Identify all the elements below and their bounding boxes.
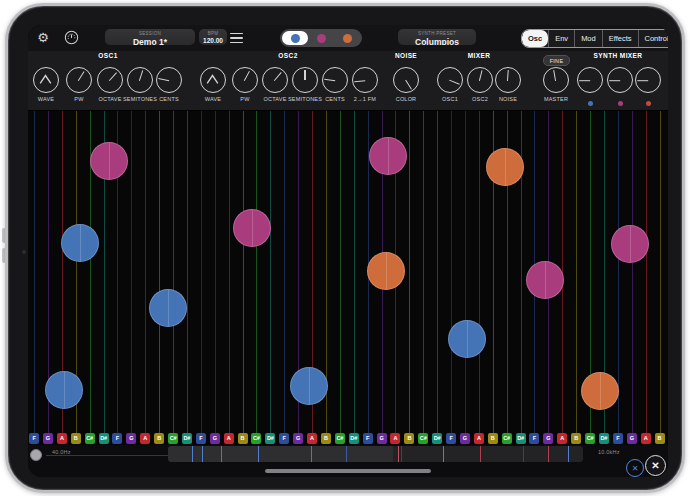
note-key-b[interactable]: B [238, 433, 248, 444]
note-ball[interactable] [61, 224, 99, 262]
note-key-a[interactable]: A [140, 433, 150, 444]
note-key-g[interactable]: G [43, 433, 53, 444]
knob-synth-mixer-2[interactable] [607, 67, 633, 93]
knob-semitones[interactable] [127, 67, 153, 93]
note-ball[interactable] [486, 148, 524, 186]
note-key-f[interactable]: F [279, 433, 289, 444]
note-key-b[interactable]: B [321, 433, 331, 444]
note-key-b[interactable]: B [655, 433, 665, 444]
note-key-d#[interactable]: D# [516, 433, 526, 444]
note-key-g[interactable]: G [627, 433, 637, 444]
settings-gear-icon[interactable]: ⚙ [35, 30, 51, 46]
note-key-c#[interactable]: C# [85, 433, 95, 444]
pitch-grid[interactable] [28, 111, 668, 433]
note-ball[interactable] [233, 209, 271, 247]
knob-osc2[interactable] [467, 67, 493, 93]
note-key-d#[interactable]: D# [599, 433, 609, 444]
note-ball[interactable] [526, 261, 564, 299]
tab-env[interactable]: Env [548, 30, 574, 47]
color-slot-blue[interactable] [282, 31, 308, 45]
note-key-f[interactable]: F [446, 433, 456, 444]
note-key-d#[interactable]: D# [349, 433, 359, 444]
note-ball[interactable] [90, 142, 128, 180]
section-title: SYNTH MIXER [594, 52, 643, 59]
note-key-a[interactable]: A [390, 433, 400, 444]
knob-color[interactable] [393, 67, 419, 93]
minimap[interactable] [168, 446, 583, 462]
knob-cents[interactable] [322, 67, 348, 93]
note-ball[interactable] [448, 320, 486, 358]
bpm-field[interactable]: BPM 120.00 [199, 29, 227, 45]
knob-synth-mixer-3[interactable] [635, 67, 661, 93]
knob-noise[interactable] [495, 67, 521, 93]
knob-semitones[interactable] [292, 67, 318, 93]
note-ball[interactable] [611, 225, 649, 263]
knob-2-1-fm[interactable] [352, 67, 378, 93]
note-key-f[interactable]: F [363, 433, 373, 444]
note-key-c#[interactable]: C# [251, 433, 261, 444]
note-ball[interactable] [149, 289, 187, 327]
note-key-g[interactable]: G [293, 433, 303, 444]
note-key-b[interactable]: B [571, 433, 581, 444]
note-key-f[interactable]: F [529, 433, 539, 444]
note-key-c#[interactable]: C# [168, 433, 178, 444]
range-drag-knob[interactable] [30, 449, 42, 461]
note-key-f[interactable]: F [613, 433, 623, 444]
knob-octave[interactable] [262, 67, 288, 93]
close-button[interactable]: ✕ [645, 455, 666, 476]
note-key-d#[interactable]: D# [265, 433, 275, 444]
tab-osc[interactable]: Osc [522, 30, 548, 47]
clear-color-button[interactable]: ✕ [626, 459, 644, 477]
knob-pw[interactable] [66, 67, 92, 93]
note-key-d#[interactable]: D# [99, 433, 109, 444]
tab-control[interactable]: Control [638, 30, 668, 47]
note-key-g[interactable]: G [377, 433, 387, 444]
note-ball[interactable] [45, 371, 83, 409]
note-ball[interactable] [581, 372, 619, 410]
note-key-f[interactable]: F [112, 433, 122, 444]
note-key-d#[interactable]: D# [182, 433, 192, 444]
knob-master[interactable] [543, 67, 569, 93]
note-key-a[interactable]: A [641, 433, 651, 444]
tab-mod[interactable]: Mod [574, 30, 602, 47]
note-key-c#[interactable]: C# [585, 433, 595, 444]
note-key-c#[interactable]: C# [418, 433, 428, 444]
knob-pw[interactable] [232, 67, 258, 93]
note-key-g[interactable]: G [210, 433, 220, 444]
note-key-b[interactable]: B [154, 433, 164, 444]
knob-octave[interactable] [97, 67, 123, 93]
fine-button[interactable]: FINE [543, 55, 570, 66]
knob-wave[interactable] [200, 67, 226, 93]
note-key-b[interactable]: B [71, 433, 81, 444]
knob-cents[interactable] [156, 67, 182, 93]
knob-osc1[interactable] [437, 67, 463, 93]
note-key-g[interactable]: G [460, 433, 470, 444]
note-key-a[interactable]: A [57, 433, 67, 444]
session-field[interactable]: SESSION Demo 1* [105, 29, 195, 45]
preset-field[interactable]: SYNTH PRESET Columpios [398, 29, 476, 45]
home-indicator[interactable] [265, 469, 431, 473]
note-key-a[interactable]: A [557, 433, 567, 444]
note-ball[interactable] [290, 367, 328, 405]
knob-synth-mixer-1[interactable] [577, 67, 603, 93]
note-key-b[interactable]: B [488, 433, 498, 444]
note-key-f[interactable]: F [29, 433, 39, 444]
note-key-b[interactable]: B [404, 433, 414, 444]
knob-wave[interactable] [33, 67, 59, 93]
note-key-g[interactable]: G [126, 433, 136, 444]
note-key-c#[interactable]: C# [335, 433, 345, 444]
tab-effects[interactable]: Effects [602, 30, 638, 47]
note-key-f[interactable]: F [196, 433, 206, 444]
knob-dial-icon[interactable] [63, 30, 79, 46]
menu-hamburger-icon[interactable] [230, 33, 243, 43]
note-key-g[interactable]: G [543, 433, 553, 444]
note-key-a[interactable]: A [307, 433, 317, 444]
note-ball[interactable] [369, 137, 407, 175]
color-slot-magenta[interactable] [308, 31, 334, 45]
color-slot-orange[interactable] [334, 31, 360, 45]
note-ball[interactable] [367, 252, 405, 290]
note-key-a[interactable]: A [224, 433, 234, 444]
note-key-d#[interactable]: D# [432, 433, 442, 444]
note-key-c#[interactable]: C# [502, 433, 512, 444]
note-key-a[interactable]: A [474, 433, 484, 444]
